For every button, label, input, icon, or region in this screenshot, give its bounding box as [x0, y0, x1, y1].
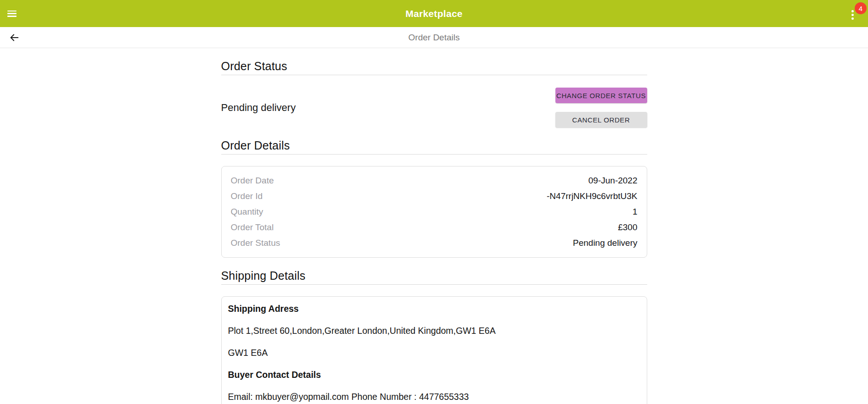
- order-actions: CHANGE ORDER STATUS CANCEL ORDER: [555, 88, 647, 127]
- order-id-value: -N47rrjNKH9c6vrbtU3K: [547, 191, 637, 201]
- order-details-card: Order Date 09-Jun-2022 Order Id -N47rrjN…: [221, 166, 647, 258]
- order-id-label: Order Id: [231, 191, 263, 201]
- order-status-row: Pending delivery CHANGE ORDER STATUS CAN…: [221, 88, 647, 127]
- quantity-value: 1: [633, 207, 638, 217]
- overflow-menu-icon[interactable]: [851, 9, 855, 21]
- order-status-label: Order Status: [231, 238, 280, 248]
- buyer-contact-title: Buyer Contact Details: [228, 370, 640, 379]
- order-date-value: 09-Jun-2022: [588, 176, 638, 186]
- content: Order Status Pending delivery CHANGE ORD…: [221, 59, 647, 404]
- page-header: Order Details: [0, 27, 868, 48]
- shipping-address-line1: Plot 1,Street 60,London,Greater London,U…: [228, 326, 640, 335]
- quantity-label: Quantity: [231, 207, 263, 217]
- order-total-label: Order Total: [231, 222, 274, 232]
- back-arrow-icon[interactable]: [7, 31, 21, 44]
- table-row: Order Date 09-Jun-2022: [231, 173, 638, 188]
- buyer-contact-line: Email: mkbuyer@yopmail.com Phone Number …: [228, 392, 640, 401]
- notification-badge: 4: [855, 2, 867, 14]
- order-status-heading: Order Status: [221, 59, 647, 73]
- menu-icon[interactable]: [7, 11, 17, 17]
- app-bar: Marketplace 4: [0, 0, 868, 27]
- table-row: Order Status Pending delivery: [231, 235, 638, 251]
- order-details-heading: Order Details: [221, 138, 647, 152]
- order-status-value: Pending delivery: [573, 238, 637, 248]
- page-title: Order Details: [0, 33, 868, 43]
- shipping-address-line2: GW1 E6A: [228, 348, 640, 357]
- divider: [221, 154, 647, 155]
- divider: [221, 75, 647, 75]
- order-status-text: Pending delivery: [221, 102, 296, 114]
- table-row: Order Total £300: [231, 220, 638, 235]
- table-row: Quantity 1: [231, 204, 638, 220]
- shipping-details-card: Shipping Adress Plot 1,Street 60,London,…: [221, 296, 647, 404]
- cancel-order-button[interactable]: CANCEL ORDER: [555, 112, 647, 127]
- table-row: Order Id -N47rrjNKH9c6vrbtU3K: [231, 188, 638, 204]
- shipping-details-heading: Shipping Details: [221, 269, 647, 282]
- app-bar-actions: 4: [843, 0, 862, 27]
- shipping-address-title: Shipping Adress: [228, 304, 640, 313]
- divider: [221, 284, 647, 285]
- order-date-label: Order Date: [231, 176, 274, 186]
- app-title: Marketplace: [0, 8, 868, 19]
- order-total-value: £300: [618, 222, 637, 232]
- change-order-status-button[interactable]: CHANGE ORDER STATUS: [555, 88, 647, 103]
